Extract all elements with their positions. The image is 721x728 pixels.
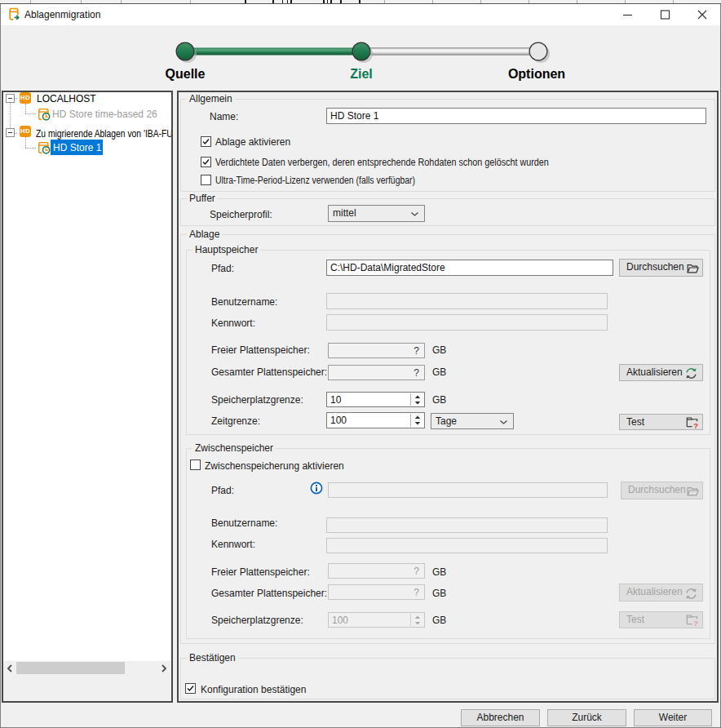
svg-text:?: ?: [693, 619, 698, 627]
svg-text:?: ?: [693, 421, 698, 429]
